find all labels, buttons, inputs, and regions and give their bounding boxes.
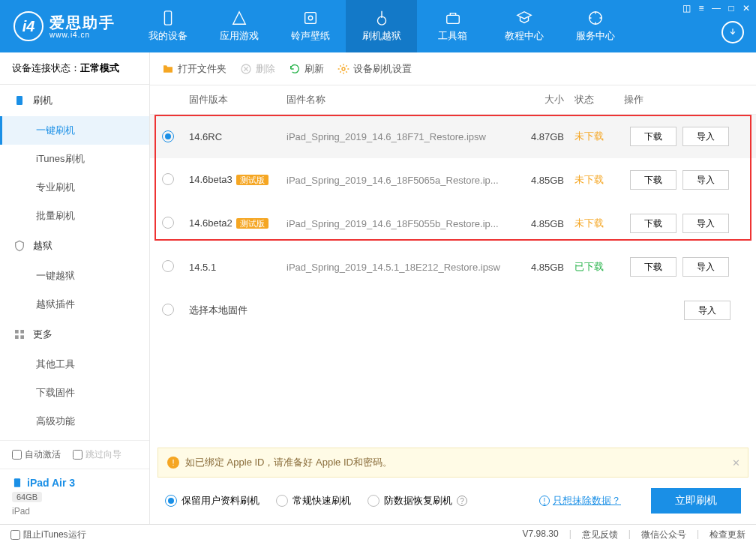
import-button[interactable]: 导入	[682, 214, 729, 233]
device-status: 设备连接状态：正常模式	[0, 52, 149, 85]
download-button[interactable]: 下载	[630, 214, 676, 233]
sidebar-item-download-fw[interactable]: 下载固件	[0, 379, 149, 407]
flash-icon	[14, 94, 26, 106]
sidebar-group-more[interactable]: 更多	[0, 319, 149, 350]
auto-activate-checkbox[interactable]: 自动激活	[12, 448, 61, 461]
logo-title: 爱思助手	[50, 14, 116, 31]
flash-now-button[interactable]: 立即刷机	[651, 488, 741, 514]
sidebar-item-itunes-flash[interactable]: iTunes刷机	[0, 145, 149, 173]
svg-rect-8	[20, 330, 24, 334]
mode-quick[interactable]: 常规快速刷机	[276, 494, 351, 508]
import-button[interactable]: 导入	[682, 127, 729, 146]
svg-rect-1	[304, 13, 316, 24]
sidebar-item-jb-plugins[interactable]: 越狱插件	[0, 290, 149, 319]
import-button[interactable]: 导入	[682, 257, 729, 277]
more-icon	[14, 328, 26, 340]
download-button[interactable]: 下载	[630, 170, 676, 190]
flash-mode-row: 保留用户资料刷机 常规快速刷机 防数据恢复刷机? !只想抹除数据？ 立即刷机	[150, 478, 756, 524]
radio-select[interactable]	[162, 260, 174, 272]
svg-rect-6	[16, 96, 22, 105]
table-row[interactable]: 14.5.1 iPad_Spring_2019_14.5.1_18E212_Re…	[150, 245, 756, 289]
main-panel: 打开文件夹 删除 刷新 设备刷机设置 固件版本 固件名称 大小 状态 操作 14…	[150, 52, 756, 524]
gear-icon	[338, 63, 350, 75]
top-nav: 我的设备 应用游戏 铃声壁纸 刷机越狱 工具箱 教程中心 服务中心	[132, 0, 631, 52]
import-button[interactable]: 导入	[684, 301, 730, 320]
refresh-button[interactable]: 刷新	[289, 62, 324, 76]
warning-icon: !	[167, 457, 179, 469]
download-button[interactable]: 下载	[630, 127, 676, 146]
refresh-icon	[289, 63, 301, 75]
feedback-link[interactable]: 意见反馈	[582, 529, 618, 541]
info-icon: !	[539, 496, 550, 506]
table-row[interactable]: 14.6beta2测试版 iPad_Spring_2019_14.6_18F50…	[150, 202, 756, 245]
version-label: V7.98.30	[523, 529, 559, 541]
sidebar-group-jailbreak[interactable]: 越狱	[0, 230, 149, 262]
nav-toolbox[interactable]: 工具箱	[417, 0, 488, 52]
sidebar-item-oneclick-jb[interactable]: 一键越狱	[0, 262, 149, 290]
mode-anti-recovery[interactable]: 防数据恢复刷机?	[368, 494, 467, 508]
skip-guide-checkbox[interactable]: 跳过向导	[73, 448, 122, 461]
svg-rect-4	[446, 15, 459, 23]
radio-select[interactable]	[162, 130, 174, 142]
delete-icon	[240, 63, 252, 75]
svg-rect-0	[164, 11, 171, 25]
radio-select[interactable]	[162, 304, 174, 316]
firmware-table: 14.6RC iPad_Spring_2019_14.6_18F71_Resto…	[150, 115, 756, 332]
beta-badge: 测试版	[236, 175, 268, 185]
table-row[interactable]: 14.6RC iPad_Spring_2019_14.6_18F71_Resto…	[150, 115, 756, 158]
sidebar-item-advanced[interactable]: 高级功能	[0, 407, 149, 436]
logo[interactable]: i4 爱思助手 www.i4.cn	[0, 11, 124, 41]
table-header: 固件版本 固件名称 大小 状态 操作	[150, 85, 756, 115]
block-itunes-checkbox[interactable]: 阻止iTunes运行	[10, 529, 86, 541]
sidebar-item-pro-flash[interactable]: 专业刷机	[0, 173, 149, 202]
sidebar-item-batch-flash[interactable]: 批量刷机	[0, 202, 149, 230]
svg-rect-9	[15, 335, 19, 339]
nav-tutorial[interactable]: 教程中心	[488, 0, 560, 52]
skin-icon[interactable]: ◫	[681, 3, 692, 13]
tablet-icon	[12, 478, 22, 488]
shield-icon	[14, 240, 26, 252]
folder-icon	[162, 63, 174, 75]
svg-rect-7	[15, 330, 19, 334]
svg-rect-10	[20, 335, 24, 339]
svg-point-13	[342, 67, 345, 70]
sidebar: 设备连接状态：正常模式 刷机 一键刷机 iTunes刷机 专业刷机 批量刷机 越…	[0, 52, 150, 524]
window-controls: ◫ ≡ — □ ✕	[681, 3, 752, 13]
open-folder-button[interactable]: 打开文件夹	[162, 62, 226, 76]
nav-service[interactable]: 服务中心	[560, 0, 631, 52]
radio-select[interactable]	[162, 217, 174, 229]
download-button[interactable]: 下载	[630, 257, 676, 277]
nav-wallpaper[interactable]: 铃声壁纸	[274, 0, 346, 52]
nav-my-device[interactable]: 我的设备	[132, 0, 203, 52]
svg-rect-11	[14, 478, 20, 487]
nav-apps[interactable]: 应用游戏	[203, 0, 274, 52]
sidebar-item-other-tools[interactable]: 其他工具	[0, 350, 149, 379]
sidebar-item-oneclick-flash[interactable]: 一键刷机	[0, 116, 149, 145]
status-bar: 阻止iTunes运行 V7.98.30| 意见反馈| 微信公众号| 检查更新	[0, 524, 756, 545]
mode-keep-data[interactable]: 保留用户资料刷机	[165, 494, 260, 508]
device-info[interactable]: iPad Air 3 64GB iPad	[0, 469, 149, 524]
table-row[interactable]: 14.6beta3测试版 iPad_Spring_2019_14.6_18F50…	[150, 158, 756, 202]
nav-flash[interactable]: 刷机越狱	[346, 0, 417, 52]
close-icon[interactable]: ✕	[741, 3, 752, 13]
check-update-link[interactable]: 检查更新	[710, 529, 746, 541]
download-manager-button[interactable]	[722, 21, 744, 43]
delete-button[interactable]: 删除	[240, 62, 275, 76]
tip-bar: ! 如已绑定 Apple ID，请准备好 Apple ID和密码。 ✕	[158, 448, 748, 478]
svg-point-2	[308, 16, 313, 20]
app-header: i4 爱思助手 www.i4.cn 我的设备 应用游戏 铃声壁纸 刷机越狱 工具…	[0, 0, 756, 52]
radio-select[interactable]	[162, 173, 174, 185]
sidebar-group-flash[interactable]: 刷机	[0, 85, 149, 116]
logo-subtitle: www.i4.cn	[50, 31, 116, 39]
minimize-icon[interactable]: —	[711, 3, 722, 13]
wechat-link[interactable]: 微信公众号	[641, 529, 686, 541]
erase-only-link[interactable]: !只想抹除数据？	[539, 494, 621, 508]
menu-icon[interactable]: ≡	[696, 3, 706, 13]
toolbar: 打开文件夹 删除 刷新 设备刷机设置	[150, 52, 756, 85]
maximize-icon[interactable]: □	[726, 3, 736, 13]
flash-settings-button[interactable]: 设备刷机设置	[338, 62, 412, 76]
close-tip-button[interactable]: ✕	[732, 457, 740, 469]
table-row-local[interactable]: 选择本地固件 导入	[150, 289, 756, 332]
import-button[interactable]: 导入	[682, 170, 729, 190]
help-icon[interactable]: ?	[457, 496, 467, 506]
